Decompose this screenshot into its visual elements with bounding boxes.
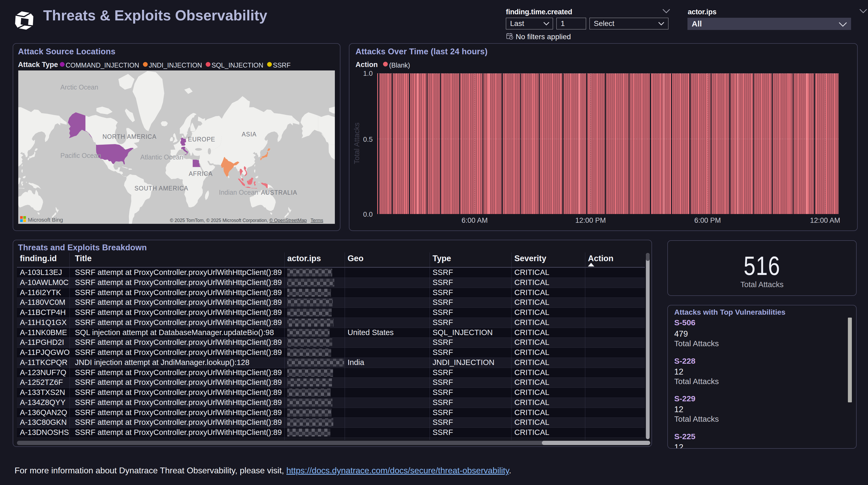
svg-text:NORTH AMERICA: NORTH AMERICA [102,133,156,140]
svg-text:SOUTH AMERICA: SOUTH AMERICA [134,185,188,192]
svg-text:Microsoft Bing: Microsoft Bing [28,217,63,223]
svg-text:Indian Ocean: Indian Ocean [219,189,258,196]
svg-text:AFRICA: AFRICA [189,170,213,177]
svg-text:Atlantic Ocean: Atlantic Ocean [140,153,183,161]
svg-text:Arctic Ocean: Arctic Ocean [60,83,98,91]
svg-text:EUROPE: EUROPE [188,136,215,143]
svg-text:Pacific Ocean: Pacific Ocean [60,152,101,159]
svg-text:© 2025 TomTom, © 2025 Microsof: © 2025 TomTom, © 2025 Microsoft Corporat… [170,218,323,223]
svg-text:ASIA: ASIA [242,131,256,138]
svg-text:AUSTRALIA: AUSTRALIA [261,189,297,196]
